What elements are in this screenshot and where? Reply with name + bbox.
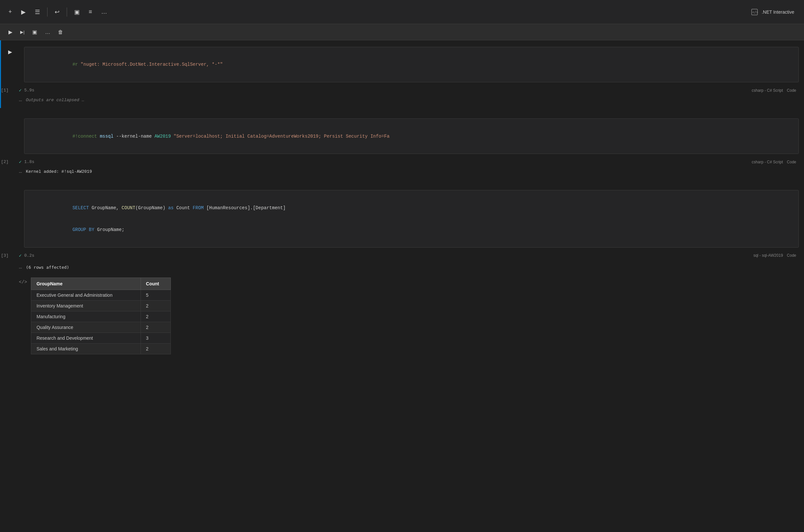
- table-row: Sales and Marketing 2: [31, 343, 171, 354]
- code-line: #r "nuget: Microsoft.DotNet.Interactive.…: [34, 54, 789, 75]
- table-row: Quality Assurance 2: [31, 322, 171, 332]
- cell-3: SELECT GroupName, COUNT(GroupName) as Co…: [0, 184, 804, 363]
- xml-icon: </>: [19, 280, 27, 285]
- cell-3-code-block[interactable]: SELECT GroupName, COUNT(GroupName) as Co…: [24, 190, 799, 247]
- cell-divider-2: [0, 179, 804, 184]
- cell-groupname-4: Quality Assurance: [31, 322, 140, 332]
- cell-1-number: [1]: [1, 88, 16, 93]
- run-icon: ▶: [8, 29, 12, 35]
- cell-1-collapsed-output: Outputs are collapsed …: [26, 98, 84, 102]
- table-row: Research and Development 3: [31, 332, 171, 343]
- clear-outputs-button[interactable]: ☰: [33, 7, 42, 17]
- cell-more-button[interactable]: …: [43, 28, 52, 36]
- cell-1-kernel-label: csharp - C# Script: [752, 88, 783, 93]
- cell-1-status: ✓ 5.9s: [19, 88, 35, 93]
- cell-2: #!connect mssql --kernel-name AW2019 "Se…: [0, 112, 804, 179]
- by-keyword: BY: [89, 227, 97, 232]
- query-results-table: GroupName Count Executive General and Ad…: [31, 278, 171, 354]
- cell-2-check-icon: ✓: [19, 159, 21, 165]
- cell-1-mode-label: Code: [787, 88, 796, 93]
- cell-1-kernel-info: csharp - C# Script Code: [752, 88, 796, 93]
- toolbar-separator-1: [47, 7, 47, 17]
- cell-3-status: ✓ 0.2s: [19, 253, 35, 258]
- code-line-3a: SELECT GroupName, COUNT(GroupName) as Co…: [34, 197, 789, 218]
- run-all-icon: ▶: [21, 8, 26, 16]
- outline-button[interactable]: ≡: [87, 7, 94, 17]
- net-interactive-icon: </>: [750, 7, 759, 17]
- cell-1-duration: 5.9s: [24, 88, 34, 93]
- col-header-groupname: GroupName: [31, 278, 140, 290]
- undo-icon: ↩: [55, 8, 60, 16]
- count-alias: Count: [176, 205, 193, 210]
- clear-icon: ☰: [35, 8, 40, 16]
- output-ellipsis-icon: …: [19, 97, 22, 103]
- as-keyword: as: [168, 205, 176, 210]
- hash-r-keyword: #r: [73, 62, 81, 67]
- nuget-string: "nuget: Microsoft.DotNet.Interactive.Sql…: [81, 62, 223, 67]
- more-toolbar-button[interactable]: …: [99, 7, 109, 17]
- top-toolbar: + ▶ ☰ ↩ ▣ ≡ … </> .NET Interactive: [0, 0, 804, 24]
- cell-count-6: 2: [140, 343, 171, 354]
- cell-2-kernel-label: csharp - C# Script: [752, 160, 783, 164]
- aw2019-value: AW2019: [155, 134, 174, 139]
- kernel-icon: ▣: [74, 8, 80, 16]
- outline-icon: ≡: [89, 8, 92, 15]
- cell-groupname-6: Sales and Marketing: [31, 343, 140, 354]
- undo-button[interactable]: ↩: [53, 7, 61, 17]
- run-below-button[interactable]: ▶|: [18, 28, 26, 36]
- notebook: ▶ #r "nuget: Microsoft.DotNet.Interactiv…: [0, 40, 804, 363]
- cell-3-kernel-label: sql - sql-AW2019: [753, 253, 783, 258]
- run-below-icon: ▶|: [20, 30, 24, 35]
- kernel-name-flag: --kernel-name: [116, 134, 155, 139]
- cell-1-run-icon: ▶: [8, 49, 12, 55]
- output-ellipsis-2-icon: …: [19, 169, 22, 174]
- cell-3-number: [3]: [1, 253, 16, 258]
- plus-icon: +: [8, 8, 12, 15]
- cell-groupname-5: Research and Development: [31, 332, 140, 343]
- toolbar-separator-2: [67, 7, 67, 17]
- cell-2-duration: 1.8s: [24, 159, 34, 164]
- toolbar-right: </> .NET Interactive: [750, 7, 794, 17]
- cell-groupname-2: Inventory Management: [31, 300, 140, 311]
- cell-1-code-block[interactable]: #r "nuget: Microsoft.DotNet.Interactive.…: [24, 47, 799, 82]
- cell-count-3: 2: [140, 311, 171, 322]
- table-row: Inventory Management 2: [31, 300, 171, 311]
- cell-count-4: 2: [140, 322, 171, 332]
- kernel-button[interactable]: ▣: [72, 7, 82, 17]
- split-cell-button[interactable]: ▣: [30, 28, 39, 36]
- cell-2-kernel-info: csharp - C# Script Code: [752, 160, 796, 164]
- cell-1: ▶ #r "nuget: Microsoft.DotNet.Interactiv…: [0, 40, 804, 108]
- cell-2-status: ✓ 1.8s: [19, 159, 35, 165]
- cell-ellipsis-icon: …: [45, 29, 50, 35]
- split-icon: ▣: [32, 29, 37, 35]
- cell-divider-1: [0, 108, 804, 112]
- cell-count-2: 2: [140, 300, 171, 311]
- add-cell-button[interactable]: +: [6, 7, 14, 17]
- group-keyword: GROUP: [73, 227, 89, 232]
- output-dots-3-icon: …: [19, 264, 22, 270]
- delete-cell-button[interactable]: 🗑: [56, 28, 65, 36]
- cell-3-duration: 0.2s: [24, 253, 34, 258]
- select-keyword: SELECT: [73, 205, 92, 210]
- delete-icon: 🗑: [58, 29, 63, 35]
- toolbar-left: + ▶ ☰ ↩ ▣ ≡ …: [6, 7, 109, 17]
- cell-2-code: #!connect mssql --kernel-name AW2019 "Se…: [24, 119, 799, 154]
- run-all-button[interactable]: ▶: [19, 7, 28, 17]
- table-row: Executive General and Administration 5: [31, 290, 171, 300]
- table-ref: [HumanResources].[Department]: [206, 205, 286, 210]
- cell-3-mode-label: Code: [787, 253, 796, 258]
- cell-groupname-3: Manufacturing: [31, 311, 140, 322]
- cell-2-output: Kernel added: #!sql-AW2019: [26, 169, 92, 174]
- svg-text:</>: </>: [752, 11, 758, 14]
- cell-2-code-block[interactable]: #!connect mssql --kernel-name AW2019 "Se…: [24, 118, 799, 154]
- cell-1-code: #r "nuget: Microsoft.DotNet.Interactive.…: [24, 47, 799, 82]
- cell-1-check-icon: ✓: [19, 88, 21, 93]
- col-header-count: Count: [140, 278, 171, 290]
- cell-3-code: SELECT GroupName, COUNT(GroupName) as Co…: [24, 190, 799, 247]
- cell-groupname-1: Executive General and Administration: [31, 290, 140, 300]
- cell-count-5: 3: [140, 332, 171, 343]
- code-line-3b: GROUP BY GroupName;: [34, 219, 789, 241]
- cell-1-run-button[interactable]: ▶: [5, 47, 15, 57]
- run-cell-button[interactable]: ▶: [6, 28, 14, 36]
- from-keyword: FROM: [193, 205, 206, 210]
